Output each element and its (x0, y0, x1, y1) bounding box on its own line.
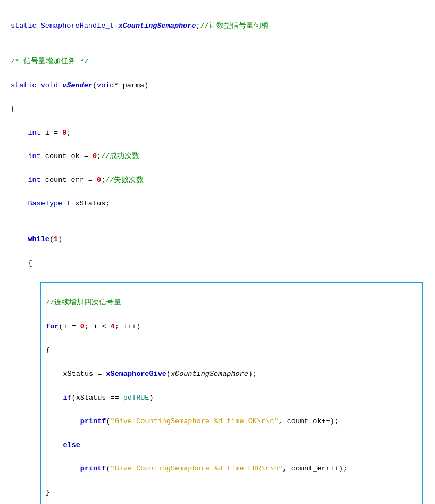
sender-loop-box: //连续增加四次信号量 for(i = 0; i < 4; i++) { xSt… (40, 282, 423, 504)
code-display: static SemaphoreHandle_t xCountingSemaph… (11, 9, 424, 281)
